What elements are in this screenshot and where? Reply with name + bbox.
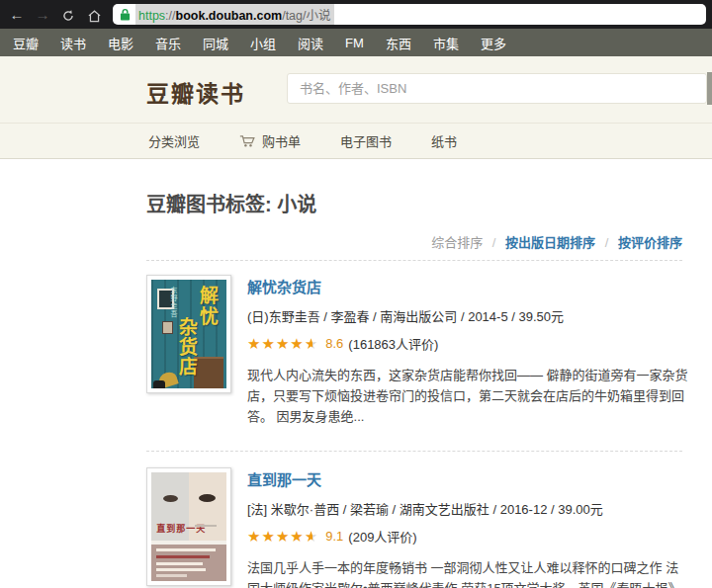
subnav-ebooks[interactable]: 电子图书 — [340, 131, 392, 150]
header-top: 豆瓣读书 — [0, 56, 712, 123]
douban-books-logo[interactable]: 豆瓣读书 — [146, 75, 245, 109]
url-path: /tag/小说 — [282, 9, 330, 23]
url-separator: :// — [165, 9, 175, 23]
page-header: 豆瓣读书 分类浏览 购书单 电子图书 纸书 — [0, 56, 712, 159]
url-host: book.douban.com — [176, 9, 283, 23]
rating-row: ★★★★★ 9.1 (209人评价) — [247, 527, 688, 546]
book-title-link[interactable]: 直到那一天 — [247, 468, 321, 489]
reload-icon — [61, 9, 75, 23]
subnav-label: 购书单 — [262, 131, 301, 150]
reload-button[interactable] — [55, 0, 81, 29]
book-pub-info: (日)东野圭吾 / 李盈春 / 南海出版公司 / 2014-5 / 39.50元 — [247, 306, 688, 325]
sort-separator: / — [605, 235, 609, 250]
book-title-link[interactable]: 解忧杂货店 — [247, 276, 321, 296]
nav-movies[interactable]: 电影 — [97, 34, 144, 52]
subnav-label: 纸书 — [431, 131, 457, 150]
back-button[interactable]: ← — [4, 0, 30, 29]
book-info: 解忧杂货店 (日)东野圭吾 / 李盈春 / 南海出版公司 / 2014-5 / … — [247, 275, 688, 427]
rating-row: ★★★★★ 8.6 (161863人评价) — [247, 334, 688, 353]
cover-title-text: 杂货店 — [173, 317, 200, 377]
sort-by-rating[interactable]: 按评价排序 — [618, 235, 682, 250]
site-nav: 豆瓣 读书 电影 音乐 同城 小组 阅读 FM 东西 市集 更多 — [0, 29, 712, 56]
subnav-paper-books[interactable]: 纸书 — [431, 131, 457, 150]
subnav-cart[interactable]: 购书单 — [239, 131, 301, 150]
book-list: 东野圭吾 解忧 杂货店 解忧杂货店 (日)东野圭吾 / 李盈春 / 南海出版公司… — [146, 260, 682, 588]
star-rating-icons: ★★★★★ — [247, 336, 318, 351]
nav-market[interactable]: 市集 — [422, 34, 470, 52]
book-cover-art: 直到那一天 — [151, 472, 226, 581]
sort-composite: 综合排序 — [431, 235, 483, 250]
book-cover[interactable]: 东野圭吾 解忧 杂货店 — [146, 275, 231, 393]
book-item: 直到那一天 直到那一天 [法] 米歇尔·普西 / 梁若瑜 / 湖南文艺出版社 /… — [146, 452, 682, 588]
nav-music[interactable]: 音乐 — [144, 34, 192, 52]
url-scheme: https — [138, 9, 165, 23]
nav-local[interactable]: 同城 — [192, 34, 239, 52]
book-info: 直到那一天 [法] 米歇尔·普西 / 梁若瑜 / 湖南文艺出版社 / 2016-… — [247, 467, 688, 588]
search-button[interactable] — [707, 72, 712, 105]
sort-by-date[interactable]: 按出版日期排序 — [505, 235, 595, 250]
page-title: 豆瓣图书标签: 小说 — [146, 189, 682, 217]
book-item: 东野圭吾 解忧 杂货店 解忧杂货店 (日)东野圭吾 / 李盈春 / 南海出版公司… — [146, 261, 682, 452]
book-cover[interactable]: 直到那一天 — [146, 467, 231, 586]
nav-douban[interactable]: 豆瓣 — [2, 34, 49, 52]
sort-bar: 综合排序 / 按出版日期排序 / 按评价排序 — [146, 232, 682, 251]
rating-value: 8.6 — [325, 336, 343, 351]
search-box — [287, 73, 707, 104]
home-icon — [87, 9, 102, 24]
nav-read[interactable]: 阅读 — [287, 34, 334, 52]
url-text: https://book.douban.com/tag/小说 — [135, 4, 334, 25]
url-bar[interactable]: https://book.douban.com/tag/小说 — [113, 4, 706, 25]
browser-chrome: ← → https://book.douban.com/tag/小说 — [0, 0, 712, 29]
nav-fm[interactable]: FM — [334, 36, 375, 50]
star-rating-icons: ★★★★★ — [247, 529, 318, 544]
sort-separator: / — [492, 235, 496, 250]
rating-value: 9.1 — [325, 529, 343, 544]
cover-author-text: 东野圭吾 — [168, 287, 178, 318]
cart-icon — [239, 134, 256, 148]
main-content: 豆瓣图书标签: 小说 综合排序 / 按出版日期排序 / 按评价排序 东野圭吾 解… — [0, 189, 712, 588]
subnav-label: 分类浏览 — [148, 131, 200, 150]
book-description: 法国几乎人手一本的年度畅销书 一部洞彻人性又让人难以释怀的口碑之作 法国大师级作… — [247, 557, 688, 588]
subnav-browse-categories[interactable]: 分类浏览 — [148, 131, 200, 150]
book-cover-art: 东野圭吾 解忧 杂货店 — [151, 280, 226, 388]
search-input[interactable] — [288, 74, 706, 103]
home-button[interactable] — [81, 0, 107, 29]
subnav-label: 电子图书 — [340, 131, 392, 150]
lock-icon — [120, 8, 131, 21]
nav-books[interactable]: 读书 — [49, 34, 97, 52]
nav-more[interactable]: 更多 — [470, 34, 517, 52]
nav-things[interactable]: 东西 — [375, 34, 422, 52]
book-pub-info: [法] 米歇尔·普西 / 梁若瑜 / 湖南文艺出版社 / 2016-12 / 3… — [247, 499, 688, 518]
sub-nav: 分类浏览 购书单 电子图书 纸书 — [0, 123, 712, 159]
rating-count: (161863人评价) — [348, 334, 438, 353]
forward-button[interactable]: → — [30, 0, 55, 29]
book-description: 现代人内心流失的东西，这家杂货店能帮你找回—— 僻静的街道旁有一家杂货店，只要写… — [247, 365, 688, 427]
nav-groups[interactable]: 小组 — [239, 34, 287, 52]
rating-count: (209人评价) — [348, 527, 416, 546]
cover-title-text: 直到那一天 — [156, 522, 206, 535]
